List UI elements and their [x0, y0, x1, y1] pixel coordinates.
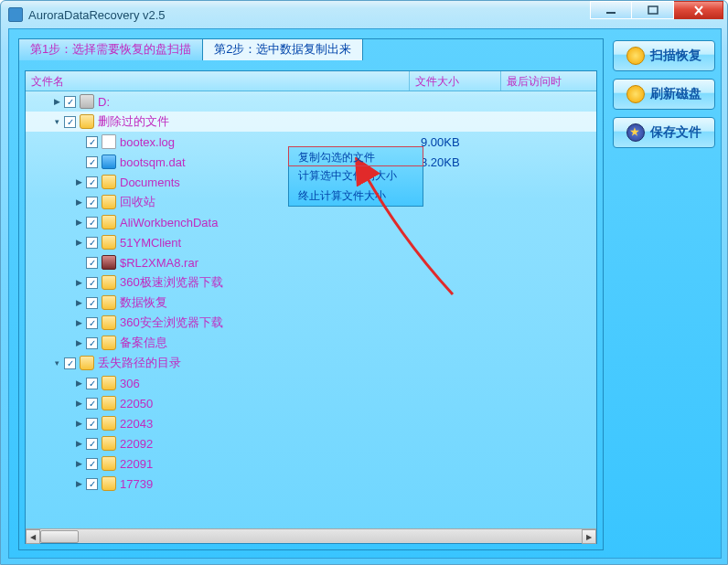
- row-checkbox[interactable]: ✓: [86, 257, 98, 269]
- hscrollbar[interactable]: ◀ ▶: [26, 528, 596, 543]
- row-label: 备案信息: [120, 335, 167, 351]
- row-label: 17739: [120, 477, 153, 491]
- row-checkbox[interactable]: ✓: [64, 357, 76, 369]
- row-checkbox[interactable]: ✓: [86, 237, 98, 249]
- tree-row[interactable]: ▾✓删除过的文件: [26, 112, 596, 132]
- tab-step2[interactable]: 第2步：选中数据复制出来: [202, 38, 363, 60]
- row-checkbox[interactable]: ✓: [86, 478, 98, 490]
- expander-icon[interactable]: ▶: [73, 398, 84, 409]
- tree-row[interactable]: ▶✓22050: [26, 393, 596, 413]
- row-checkbox[interactable]: ✓: [86, 197, 98, 208]
- ctx-calc-size[interactable]: 计算选中文件的大小: [289, 165, 423, 186]
- row-checkbox[interactable]: ✓: [86, 176, 98, 188]
- tree-row[interactable]: ▶✓22092: [26, 433, 596, 453]
- col-filesize[interactable]: 文件大小: [410, 71, 501, 91]
- tree-row[interactable]: ▶✓22091: [26, 453, 596, 474]
- tree-row[interactable]: ▶✓17739: [26, 474, 596, 494]
- tree-row[interactable]: ▶✓AliWorkbenchData: [26, 212, 596, 232]
- svg-rect-1: [648, 6, 658, 14]
- row-label: 360极速浏览器下载: [120, 274, 223, 291]
- tree-row[interactable]: ▶✓D:: [26, 91, 596, 112]
- row-checkbox[interactable]: ✓: [86, 398, 98, 410]
- tree-row[interactable]: ✓$RL2XMA8.rar: [26, 252, 596, 272]
- tree-row[interactable]: ▶✓360极速浏览器下载: [26, 272, 596, 293]
- scroll-right-button[interactable]: ▶: [582, 529, 596, 544]
- row-label: D:: [98, 95, 110, 109]
- client-area: 第1步：选择需要恢复的盘扫描 第2步：选中数据复制出来 文件名 文件大小 最后访…: [8, 28, 722, 559]
- folder-icon: [102, 275, 116, 290]
- row-checkbox[interactable]: ✓: [86, 277, 98, 289]
- file-list-panel: 文件名 文件大小 最后访问时 ▶✓D:▾✓删除过的文件✓bootex.log9.…: [25, 70, 597, 544]
- tree-row[interactable]: ▶✓22043: [26, 413, 596, 433]
- ctx-copy-checked[interactable]: 复制勾选的文件: [288, 146, 423, 166]
- step-tabs: 第1步：选择需要恢复的盘扫描 第2步：选中数据复制出来: [18, 38, 603, 60]
- row-checkbox[interactable]: ✓: [86, 418, 98, 430]
- scroll-track[interactable]: [79, 529, 582, 543]
- row-label: 360安全浏览器下载: [120, 314, 223, 331]
- expander-placeholder: [73, 136, 84, 147]
- row-checkbox[interactable]: ✓: [86, 378, 98, 389]
- indent: [29, 423, 73, 424]
- expander-icon[interactable]: ▾: [51, 357, 62, 368]
- expander-icon[interactable]: ▶: [73, 378, 84, 389]
- scan-recover-button[interactable]: 扫描恢复: [613, 40, 715, 71]
- row-checkbox[interactable]: ✓: [64, 116, 76, 128]
- indent: [29, 182, 73, 183]
- magnifier-icon: [626, 47, 645, 65]
- row-size: 9.00KB: [421, 135, 460, 149]
- expander-icon[interactable]: ▶: [73, 438, 84, 449]
- refresh-disks-button[interactable]: 刷新磁盘: [613, 79, 715, 110]
- folder-icon: [102, 336, 116, 350]
- tree-row[interactable]: ▶✓数据恢复: [26, 293, 596, 313]
- row-checkbox[interactable]: ✓: [86, 317, 98, 329]
- row-label: 22043: [120, 417, 153, 431]
- expander-icon[interactable]: ▶: [73, 277, 84, 288]
- close-icon: [693, 5, 704, 16]
- row-checkbox[interactable]: ✓: [86, 297, 98, 309]
- row-checkbox[interactable]: ✓: [86, 156, 98, 168]
- row-checkbox[interactable]: ✓: [86, 438, 98, 450]
- column-header[interactable]: 文件名 文件大小 最后访问时: [26, 71, 596, 91]
- row-checkbox[interactable]: ✓: [64, 96, 76, 108]
- col-filename[interactable]: 文件名: [26, 71, 410, 91]
- row-label: 306: [120, 377, 140, 390]
- expander-icon[interactable]: ▶: [51, 96, 62, 107]
- tree-row[interactable]: ▾✓丢失路径的目录: [26, 353, 596, 373]
- indent: [29, 142, 73, 143]
- tree-row[interactable]: ▶✓备案信息: [26, 333, 596, 353]
- folder-icon: [102, 436, 116, 451]
- expander-icon[interactable]: ▶: [73, 337, 84, 348]
- scroll-left-button[interactable]: ◀: [26, 529, 40, 544]
- col-lastaccess[interactable]: 最后访问时: [501, 71, 596, 91]
- row-checkbox[interactable]: ✓: [86, 217, 98, 229]
- row-label: 回收站: [120, 194, 155, 210]
- expander-icon[interactable]: ▶: [73, 458, 84, 469]
- scroll-thumb[interactable]: [40, 530, 79, 543]
- expander-icon[interactable]: ▶: [73, 176, 84, 187]
- expander-icon[interactable]: ▶: [73, 217, 84, 228]
- tab-step1[interactable]: 第1步：选择需要恢复的盘扫描: [18, 38, 203, 60]
- expander-icon[interactable]: ▶: [73, 418, 84, 429]
- row-checkbox[interactable]: ✓: [86, 136, 98, 148]
- row-checkbox[interactable]: ✓: [86, 337, 98, 349]
- tree-row[interactable]: ▶✓306: [26, 373, 596, 393]
- maximize-button[interactable]: [632, 1, 674, 19]
- folder-icon: [102, 215, 116, 229]
- ctx-stop-calc[interactable]: 终止计算文件大小: [289, 186, 423, 206]
- expander-icon[interactable]: ▶: [73, 237, 84, 248]
- expander-icon[interactable]: ▶: [73, 478, 84, 489]
- window-title: AuroraDataRecovery v2.5: [28, 8, 166, 22]
- expander-icon[interactable]: ▾: [51, 116, 62, 127]
- tree-row[interactable]: ▶✓360安全浏览器下载: [26, 313, 596, 333]
- tree-row[interactable]: ▶✓51YMClient: [26, 232, 596, 252]
- folder-icon: [102, 476, 116, 491]
- row-checkbox[interactable]: ✓: [86, 458, 98, 470]
- close-button[interactable]: [674, 1, 723, 19]
- minimize-button[interactable]: [590, 1, 632, 19]
- app-icon: [8, 7, 23, 22]
- expander-icon[interactable]: ▶: [73, 197, 84, 208]
- save-files-button[interactable]: 保存文件: [613, 117, 715, 148]
- indent: [29, 122, 51, 123]
- expander-icon[interactable]: ▶: [73, 317, 84, 328]
- expander-icon[interactable]: ▶: [73, 297, 84, 308]
